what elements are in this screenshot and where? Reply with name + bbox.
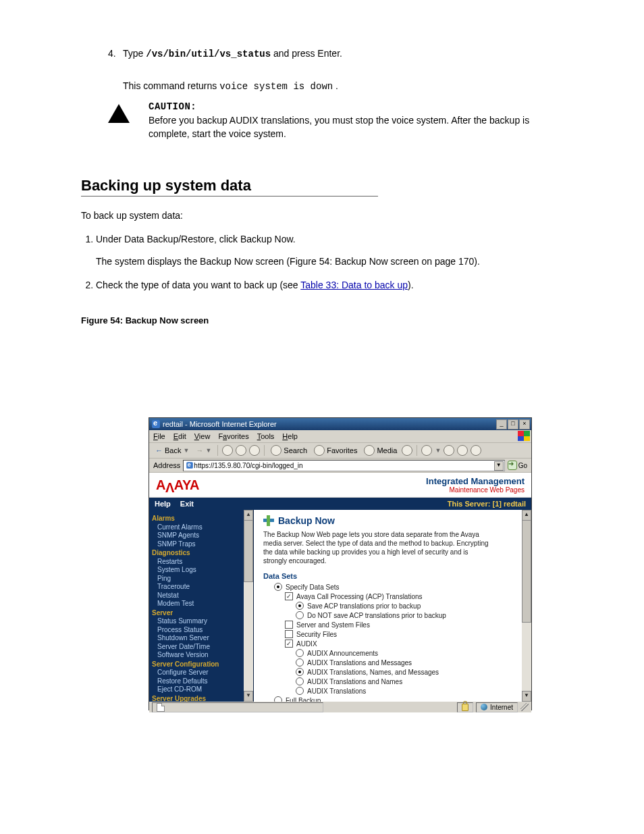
globe-icon: [481, 704, 487, 710]
help-link[interactable]: Help: [155, 500, 171, 508]
status-bar: Internet: [149, 701, 531, 712]
menu-bar: File Edit View Favorites Tools Help: [149, 430, 531, 443]
sidebar-group: Alarms: [152, 515, 253, 523]
sidebar-item[interactable]: Traceroute: [152, 583, 253, 592]
result-message: voice system is down: [219, 81, 333, 92]
address-dropdown-icon[interactable]: ▼: [494, 461, 504, 471]
header-subtitle: Maintenance Web Pages: [426, 486, 525, 494]
radio-icon[interactable]: [296, 668, 304, 676]
search-button[interactable]: Search: [269, 445, 309, 456]
radio-icon[interactable]: [274, 583, 282, 591]
stop-icon[interactable]: [222, 445, 233, 456]
radio-icon[interactable]: [296, 658, 304, 667]
radio-icon[interactable]: [274, 696, 282, 702]
checkbox-icon[interactable]: ✓: [285, 640, 293, 648]
sidebar-item[interactable]: Modem Test: [152, 600, 253, 608]
print-icon[interactable]: [444, 445, 454, 456]
sidebar-item[interactable]: Software Version: [152, 651, 253, 660]
radio-specify-datasets[interactable]: Specify Data Sets: [274, 583, 516, 591]
checkbox-icon[interactable]: [285, 630, 293, 638]
address-input[interactable]: https://135.9.80.70/cgi-bin/logged_in ▼: [183, 460, 504, 471]
minimize-button[interactable]: _: [496, 419, 507, 429]
main-scrollbar[interactable]: ▲ ▼: [522, 510, 531, 702]
checkbox-security-files[interactable]: Security Files: [285, 630, 516, 638]
refresh-icon[interactable]: [236, 445, 246, 456]
radio-audix-announcements[interactable]: AUDIX Announcements: [296, 649, 516, 657]
sidebar-item[interactable]: Current Alarms: [152, 523, 253, 532]
radio-icon[interactable]: [296, 677, 304, 685]
radio-acp-nosave[interactable]: Do NOT save ACP translations prior to ba…: [296, 611, 516, 619]
scroll-thumb[interactable]: [244, 520, 253, 582]
radio-audix-trans-names-msg[interactable]: AUDIX Translations, Names, and Messages: [296, 668, 516, 676]
menu-edit[interactable]: Edit: [173, 432, 186, 440]
go-button[interactable]: Go: [508, 461, 527, 470]
radio-audix-trans-msg[interactable]: AUDIX Translations and Messages: [296, 658, 516, 667]
toolbar-separator: [217, 445, 218, 456]
sidebar-item[interactable]: Ping: [152, 575, 253, 583]
sidebar-item[interactable]: Status Summary: [152, 617, 253, 626]
discuss-icon[interactable]: [471, 445, 481, 456]
media-icon: [364, 445, 375, 456]
maximize-button[interactable]: □: [508, 419, 518, 429]
step-4-tail: and press Enter.: [273, 48, 342, 59]
home-icon[interactable]: [249, 445, 260, 456]
lock-icon: [462, 704, 468, 711]
sidebar-item[interactable]: Process Status: [152, 626, 253, 635]
menu-tools[interactable]: Tools: [257, 432, 275, 440]
radio-icon[interactable]: [296, 602, 304, 610]
close-button[interactable]: ×: [519, 419, 530, 429]
address-bar: Address https://135.9.80.70/cgi-bin/logg…: [149, 459, 531, 473]
radio-icon[interactable]: [296, 649, 304, 657]
sidebar-item[interactable]: SNMP Traps: [152, 540, 253, 549]
resize-grip-icon[interactable]: [520, 703, 529, 711]
step-number: 4.: [108, 47, 123, 61]
radio-audix-translations[interactable]: AUDIX Translations: [296, 687, 516, 695]
scroll-down-icon[interactable]: ▼: [244, 691, 253, 702]
sidebar-item[interactable]: Shutdown Server: [152, 634, 253, 643]
avaya-logo: AVAYA: [156, 477, 199, 493]
radio-full-backup[interactable]: Full Backup: [274, 696, 516, 702]
menu-view[interactable]: View: [194, 432, 211, 440]
history-icon[interactable]: [402, 445, 412, 456]
step-2-tail: ).: [408, 280, 414, 290]
mail-icon[interactable]: [421, 445, 432, 456]
back-button[interactable]: Back ▼: [153, 446, 191, 454]
scroll-up-icon[interactable]: ▲: [244, 510, 253, 521]
window-titlebar[interactable]: redtail - Microsoft Internet Explorer _ …: [149, 418, 531, 430]
radio-label: AUDIX Translations and Names: [307, 678, 402, 685]
sidebar-item[interactable]: SNMP Agents: [152, 531, 253, 540]
sidebar-item[interactable]: Netstat: [152, 592, 253, 600]
checkbox-audix[interactable]: ✓ AUDIX: [285, 640, 516, 648]
checkbox-acp[interactable]: ✓ Avaya Call Processing (ACP) Translatio…: [285, 592, 516, 600]
step-2-link[interactable]: Table 33: Data to back up: [300, 280, 408, 290]
menu-help[interactable]: Help: [282, 432, 298, 440]
scroll-thumb[interactable]: [522, 520, 531, 623]
datasets-label: Data Sets: [263, 572, 516, 580]
sidebar-item[interactable]: Restarts: [152, 558, 253, 567]
sidebar-item[interactable]: Restore Defaults: [152, 677, 253, 686]
media-button[interactable]: Media: [362, 445, 399, 456]
radio-acp-save[interactable]: Save ACP translations prior to backup: [296, 602, 516, 610]
radio-label: Full Backup: [286, 697, 321, 702]
checkbox-server-system[interactable]: Server and System Files: [285, 621, 516, 629]
zone-indicator: Internet: [476, 702, 518, 712]
checkbox-icon[interactable]: ✓: [285, 592, 293, 600]
scroll-up-icon[interactable]: ▲: [522, 510, 531, 521]
checkbox-icon[interactable]: [285, 621, 293, 629]
forward-button[interactable]: ▼: [194, 446, 213, 454]
edit-icon[interactable]: [457, 445, 468, 456]
favorites-button[interactable]: Favorites: [312, 445, 359, 456]
sidebar-item[interactable]: Eject CD-ROM: [152, 685, 253, 694]
radio-icon[interactable]: [296, 611, 304, 619]
sidebar-item[interactable]: Configure Server: [152, 669, 253, 677]
sidebar-item[interactable]: Server Date/Time: [152, 643, 253, 652]
sidebar-item[interactable]: System Logs: [152, 566, 253, 575]
radio-icon[interactable]: [296, 687, 304, 695]
menu-favorites[interactable]: Favorites: [218, 432, 248, 440]
menu-file[interactable]: File: [153, 432, 165, 440]
sidebar-scrollbar[interactable]: ▲ ▼: [244, 510, 253, 702]
command-result: This command returns voice system is dow…: [123, 80, 567, 92]
scroll-down-icon[interactable]: ▼: [522, 691, 531, 702]
radio-audix-trans-names[interactable]: AUDIX Translations and Names: [296, 677, 516, 685]
exit-link[interactable]: Exit: [180, 500, 194, 508]
